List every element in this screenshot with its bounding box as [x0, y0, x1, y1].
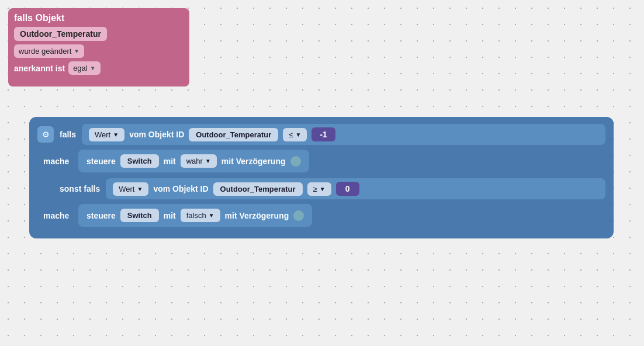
- mache-label-1: mache: [43, 157, 72, 166]
- mache-block-1: steuere Switch mit wahr ▼ mit Verzögerun…: [78, 150, 309, 172]
- mit-label-1: mit: [164, 157, 176, 166]
- switch-pill-1[interactable]: Switch: [120, 154, 159, 168]
- switch-pill-2[interactable]: Switch: [120, 209, 159, 222]
- wahr-label: wahr: [186, 157, 203, 165]
- steuere-label-1: steuere: [86, 157, 116, 166]
- chevron-down-icon-2: ▼: [90, 65, 96, 71]
- spacer-bottom: [37, 227, 605, 230]
- dropdown2-label: egal: [73, 64, 88, 72]
- dropdown-row-2: anerkannt ist egal ▼: [14, 61, 183, 75]
- chevron-down-icon-3: ▼: [113, 132, 119, 138]
- mache-block-2: steuere Switch mit falsch ▼ mit Verzöger…: [78, 204, 312, 227]
- anerkannt-label: anerkannt ist: [14, 64, 65, 73]
- falls-header: ⚙ falls Wert ▼ vom Objekt ID Outdoor_Tem…: [37, 124, 605, 145]
- falsch-dropdown[interactable]: falsch ▼: [181, 209, 220, 222]
- object-id-1[interactable]: Outdoor_Temperatur: [189, 128, 278, 141]
- chevron-down-icon-8: ▼: [209, 212, 214, 219]
- mit-verz-label-1: mit Verzögerung: [221, 157, 286, 166]
- operator-dropdown-2[interactable]: ≥ ▼: [307, 182, 331, 196]
- mache-row-1: mache steuere Switch mit wahr ▼ mit Verz…: [37, 150, 605, 172]
- operator-label-1: ≤: [289, 130, 293, 139]
- operator-label-2: ≥: [313, 185, 317, 193]
- mit-label-2: mit: [164, 211, 176, 220]
- steuere-label-2: steuere: [86, 211, 116, 220]
- chevron-down-icon-5: ▼: [205, 158, 211, 164]
- chevron-down-icon-4: ▼: [295, 132, 301, 138]
- egal-dropdown[interactable]: egal ▼: [68, 61, 100, 75]
- block-title: falls Objekt: [14, 13, 183, 23]
- mit-verz-label-2: mit Verzögerung: [225, 211, 289, 220]
- mache-label-2: mache: [43, 211, 72, 220]
- value-box-2[interactable]: 0: [336, 182, 359, 196]
- chevron-down-icon: ▼: [74, 48, 79, 54]
- dropdown-row-1: wurde geändert ▼: [14, 44, 183, 58]
- falls-blue-container: ⚙ falls Wert ▼ vom Objekt ID Outdoor_Tem…: [29, 117, 614, 238]
- wurde-geaendert-dropdown[interactable]: wurde geändert ▼: [14, 44, 84, 58]
- falsch-label: falsch: [186, 211, 206, 220]
- value-box-1[interactable]: -1: [311, 127, 335, 141]
- wert-label-1: Wert: [95, 130, 110, 139]
- falls-label: falls: [60, 130, 76, 139]
- sonst-falls-label: sonst falls: [60, 184, 100, 193]
- condition-block-1: Wert ▼ vom Objekt ID Outdoor_Temperatur …: [82, 124, 605, 145]
- gear-icon[interactable]: ⚙: [37, 126, 54, 143]
- object-name[interactable]: Outdoor_Temperatur: [14, 27, 107, 41]
- vom-objekt-id-label-1: vom Objekt ID: [129, 130, 184, 139]
- chevron-down-icon-7: ▼: [320, 186, 326, 192]
- wert-label-2: Wert: [119, 185, 134, 193]
- condition-block-2: Wert ▼ vom Objekt ID Outdoor_Temperatur …: [106, 178, 605, 199]
- outer-pink-block: falls Objekt Outdoor_Temperatur wurde ge…: [8, 8, 189, 86]
- wahr-dropdown[interactable]: wahr ▼: [181, 154, 217, 168]
- dropdown1-label: wurde geändert: [19, 47, 71, 56]
- delay-circle-2[interactable]: [293, 210, 304, 221]
- object-id-2[interactable]: Outdoor_Temperatur: [213, 182, 303, 196]
- chevron-down-icon-6: ▼: [137, 186, 143, 192]
- spacer-1: [37, 172, 605, 178]
- operator-dropdown-1[interactable]: ≤ ▼: [283, 128, 307, 141]
- delay-circle-1[interactable]: [290, 156, 301, 167]
- wert-dropdown-2[interactable]: Wert ▼: [113, 182, 148, 196]
- wert-dropdown-1[interactable]: Wert ▼: [89, 128, 124, 141]
- sonst-falls-header: sonst falls Wert ▼ vom Objekt ID Outdoor…: [37, 178, 605, 199]
- mache-row-2: mache steuere Switch mit falsch ▼ mit Ve…: [37, 204, 605, 227]
- vom-objekt-id-label-2: vom Objekt ID: [153, 184, 208, 193]
